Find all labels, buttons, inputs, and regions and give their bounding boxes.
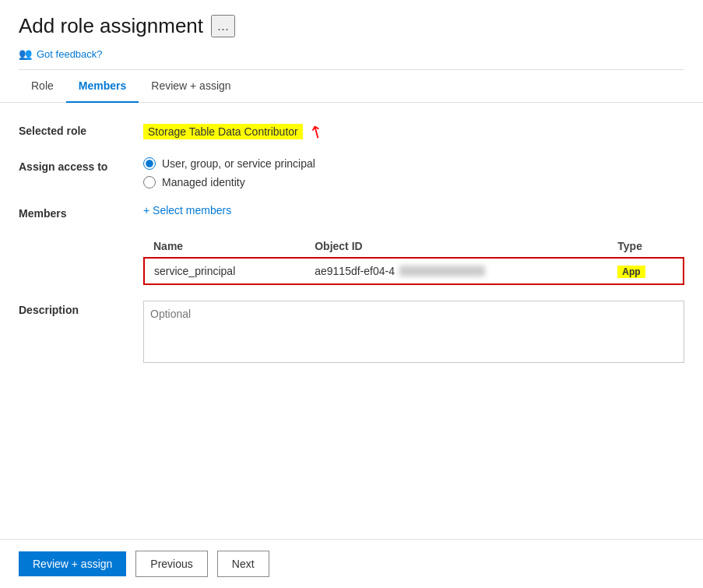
members-table-header-row: Name Object ID Type [144, 235, 684, 258]
member-object-id: ae9115df-ef04-4 [305, 258, 608, 284]
red-arrow-icon: ↖ [304, 119, 327, 144]
footer: Review + assign Previous Next [0, 539, 703, 588]
page-container: Add role assignment ... 👥 Got feedback? … [0, 0, 703, 588]
description-label: Description [19, 301, 143, 316]
assign-access-label: Assign access to [19, 157, 143, 173]
radio-ugsp[interactable] [143, 157, 156, 170]
col-object-id: Object ID [305, 235, 608, 258]
tab-review-assign[interactable]: Review + assign [139, 70, 243, 103]
tab-members[interactable]: Members [66, 70, 139, 103]
object-id-text: ae9115df-ef04-4 [315, 265, 395, 277]
role-value-container: Storage Table Data Contributor ↖ [143, 121, 323, 142]
object-id-cell: ae9115df-ef04-4 [315, 265, 599, 277]
previous-button[interactable]: Previous [135, 551, 207, 577]
ellipsis-button[interactable]: ... [211, 15, 235, 37]
radio-mi-label: Managed identity [162, 176, 245, 188]
review-assign-button[interactable]: Review + assign [19, 551, 126, 576]
radio-ugsp-label: User, group, or service principal [162, 157, 315, 170]
radio-option-mi[interactable]: Managed identity [143, 176, 315, 188]
object-id-blur [399, 266, 485, 276]
table-row: service_principal ae9115df-ef04-4 App [144, 258, 684, 284]
selected-role-row: Selected role Storage Table Data Contrib… [19, 121, 684, 142]
selected-role-label: Selected role [19, 121, 143, 137]
radio-mi[interactable] [143, 176, 156, 188]
assign-access-row: Assign access to User, group, or service… [19, 157, 684, 188]
feedback-icon: 👥 [19, 48, 32, 60]
assign-access-options: User, group, or service principal Manage… [143, 157, 315, 188]
feedback-label: Got feedback? [37, 48, 103, 60]
header: Add role assignment ... 👥 Got feedback? [0, 0, 703, 70]
page-title: Add role assignment [19, 14, 203, 38]
members-label: Members [19, 204, 143, 220]
selected-role-value: Storage Table Data Contributor [143, 124, 303, 139]
app-badge: App [617, 266, 645, 278]
col-name: Name [144, 235, 305, 258]
description-input[interactable] [143, 301, 684, 363]
feedback-row[interactable]: 👥 Got feedback? [19, 48, 684, 69]
members-table-body: service_principal ae9115df-ef04-4 App [144, 258, 684, 284]
select-members-button[interactable]: + Select members [143, 204, 231, 217]
members-row: Members + Select members [19, 204, 684, 220]
title-row: Add role assignment ... [19, 14, 684, 38]
content-area: Selected role Storage Table Data Contrib… [0, 103, 703, 539]
col-type: Type [608, 235, 684, 258]
members-table-head: Name Object ID Type [144, 235, 684, 258]
tabs-row: Role Members Review + assign [0, 70, 703, 103]
member-name: service_principal [144, 258, 305, 284]
tab-role[interactable]: Role [19, 70, 66, 103]
radio-option-ugsp[interactable]: User, group, or service principal [143, 157, 315, 170]
description-row: Description [19, 301, 684, 363]
members-table: Name Object ID Type service_principal ae… [143, 235, 684, 285]
next-button[interactable]: Next [217, 551, 269, 577]
member-type: App [608, 258, 684, 284]
members-table-container: Name Object ID Type service_principal ae… [143, 235, 684, 285]
